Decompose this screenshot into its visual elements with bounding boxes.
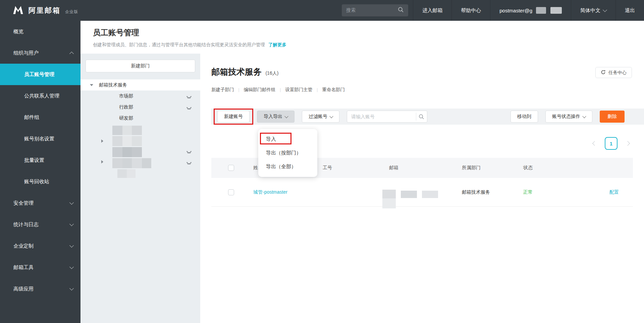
- sidebar-item-label: 概览: [13, 28, 23, 35]
- wave-icon: [186, 94, 192, 100]
- status-badge: 正常: [523, 189, 589, 195]
- chevron-down-icon: [284, 114, 288, 118]
- dropdown-item-label: 导入: [266, 136, 276, 142]
- department-heading: 邮箱技术服务 (16人): [211, 66, 278, 77]
- task-center-label: 任务中心: [608, 70, 627, 76]
- sidebar-item-enterprise-custom[interactable]: 企业定制: [0, 235, 80, 257]
- main-area: 员工账号管理 创建和管理成员、部门信息，通过与管理平台其他功能结合实现更灵活安全…: [80, 21, 644, 323]
- account-search-box: [347, 111, 427, 123]
- caret-right-icon[interactable]: [101, 139, 103, 143]
- account-menu[interactable]: postmaster@g: [490, 0, 571, 21]
- topbar: 阿里邮箱 企业版 搜索 进入邮箱 帮助中心 postmaster@g 简体中文 …: [0, 0, 644, 21]
- move-to-button[interactable]: 移动到: [511, 111, 538, 123]
- sidebar-item-security[interactable]: 安全管理: [0, 192, 80, 214]
- tree-node-admin[interactable]: 行政部: [80, 102, 200, 113]
- new-subdept-link[interactable]: 新建子部门: [211, 87, 234, 93]
- sidebar-item-employee-accounts[interactable]: 员工账号管理: [0, 64, 80, 85]
- wave-icon: [186, 106, 192, 111]
- caret-right-icon[interactable]: [101, 160, 103, 164]
- column-header-department: 所属部门: [462, 165, 523, 171]
- tree-node-marketing[interactable]: 市场部: [80, 90, 200, 102]
- sidebar-item-label: 企业定制: [13, 243, 34, 249]
- sidebar-item-label: 邮件组: [24, 114, 39, 121]
- sidebar-item-mail-tools[interactable]: 邮箱工具: [0, 257, 80, 278]
- new-account-button[interactable]: 新建账号: [217, 111, 250, 123]
- sidebar-item-stats-logs[interactable]: 统计与日志: [0, 214, 80, 235]
- sidebar-item-account-recycle[interactable]: 账号回收站: [0, 171, 80, 192]
- wave-icon: [186, 149, 192, 155]
- column-header-status: 状态: [523, 165, 589, 171]
- chevron-down-icon: [603, 8, 607, 12]
- pagination: 1: [593, 137, 629, 150]
- task-center-button[interactable]: 任务中心: [595, 67, 632, 78]
- sidebar-item-org-users[interactable]: 组织与用户: [0, 42, 80, 64]
- dropdown-item-export-by-dept[interactable]: 导出（按部门）: [258, 146, 317, 160]
- select-all-checkbox[interactable]: [228, 165, 234, 171]
- topbar-search-input[interactable]: 搜索: [342, 4, 408, 16]
- dropdown-item-import[interactable]: 导入: [258, 132, 317, 146]
- sidebar-item-batch-settings[interactable]: 批量设置: [0, 149, 80, 171]
- sidebar-item-label: 公共联系人管理: [24, 93, 59, 99]
- import-export-dropdown: 导入 导出（按部门） 导出（全部）: [258, 129, 317, 177]
- sidebar-item-account-alias[interactable]: 账号别名设置: [0, 128, 80, 149]
- chevron-down-icon: [69, 200, 74, 205]
- tree-node-label: 行政部: [80, 104, 133, 110]
- logout-label: 退出: [625, 7, 635, 14]
- new-department-button[interactable]: 新建部门: [86, 60, 195, 72]
- sidebar-item-label: 统计与日志: [13, 221, 39, 228]
- account-status-ops-button[interactable]: 账号状态操作: [545, 111, 592, 123]
- sidebar-item-mail-groups[interactable]: 邮件组: [0, 107, 80, 128]
- account-search-input[interactable]: [347, 114, 416, 119]
- edit-dept-mailgroup-link[interactable]: 编辑部门邮件组: [244, 87, 276, 93]
- caret-down-icon[interactable]: [90, 84, 93, 86]
- help-center-label: 帮助中心: [461, 7, 481, 14]
- page-description: 创建和管理成员、部门信息，通过与管理平台其他功能结合实现更灵活安全的用户管理了解…: [93, 42, 644, 48]
- table-row: 城管-postmaster 邮箱技术服务 正常 配置: [211, 178, 633, 207]
- divider: |: [280, 87, 281, 92]
- sidebar-item-public-contacts[interactable]: 公共联系人管理: [0, 85, 80, 107]
- divider: |: [238, 87, 239, 92]
- enter-mailbox-button[interactable]: 进入邮箱: [413, 0, 451, 21]
- sidebar-item-label: 安全管理: [13, 200, 34, 206]
- learn-more-link[interactable]: 了解更多: [268, 42, 286, 47]
- filter-account-button[interactable]: 过滤账号: [302, 111, 339, 123]
- help-center-button[interactable]: 帮助中心: [451, 0, 490, 21]
- sidebar-item-advanced-apps[interactable]: 高级应用: [0, 278, 80, 300]
- configure-link[interactable]: 配置: [609, 189, 619, 195]
- language-selector[interactable]: 简体中文: [571, 0, 615, 21]
- set-dept-manager-link[interactable]: 设置部门主管: [285, 87, 312, 93]
- tree-node-label: 市场部: [80, 93, 133, 99]
- tree-node-label: 研发部: [80, 115, 133, 121]
- member-count: (16人): [265, 70, 278, 76]
- page-number-button[interactable]: 1: [605, 137, 618, 150]
- delete-button[interactable]: 删除: [600, 111, 625, 123]
- sidebar-item-label: 高级应用: [13, 286, 34, 292]
- dropdown-item-export-all[interactable]: 导出（全部）: [258, 160, 317, 174]
- tree-node-root[interactable]: 邮箱技术服务: [80, 79, 200, 90]
- sidebar-item-label: 组织与用户: [13, 50, 39, 56]
- prev-page-button[interactable]: [592, 141, 597, 146]
- refresh-icon: [601, 70, 606, 76]
- account-redacted-block: [550, 7, 562, 14]
- chevron-down-icon: [582, 114, 586, 118]
- next-page-button[interactable]: [625, 141, 630, 146]
- sidebar-item-overview[interactable]: 概览: [0, 21, 80, 42]
- language-label: 简体中文: [580, 7, 600, 14]
- chevron-down-icon: [69, 222, 74, 226]
- sidebar-item-label: 账号别名设置: [24, 136, 54, 142]
- chevron-down-icon: [69, 265, 74, 269]
- alimail-logo-icon: [12, 5, 24, 16]
- row-checkbox[interactable]: [228, 189, 234, 195]
- tree-node-rnd[interactable]: 研发部: [80, 113, 200, 124]
- enter-mailbox-label: 进入邮箱: [422, 7, 442, 14]
- page-header: 员工账号管理 创建和管理成员、部门信息，通过与管理平台其他功能结合实现更灵活安全…: [80, 21, 644, 54]
- logout-button[interactable]: 退出: [615, 0, 644, 21]
- page-title: 员工账号管理: [93, 27, 644, 38]
- sidebar-item-label: 员工账号管理: [24, 71, 54, 78]
- search-submit-button[interactable]: [416, 111, 427, 122]
- rename-dept-link[interactable]: 重命名部门: [322, 87, 345, 93]
- dropdown-item-label: 导出（全部）: [266, 164, 296, 170]
- sidebar-item-label: 邮箱工具: [13, 264, 34, 271]
- account-name-link[interactable]: 城管-postmaster: [253, 189, 323, 195]
- import-export-button[interactable]: 导入导出: [257, 111, 294, 123]
